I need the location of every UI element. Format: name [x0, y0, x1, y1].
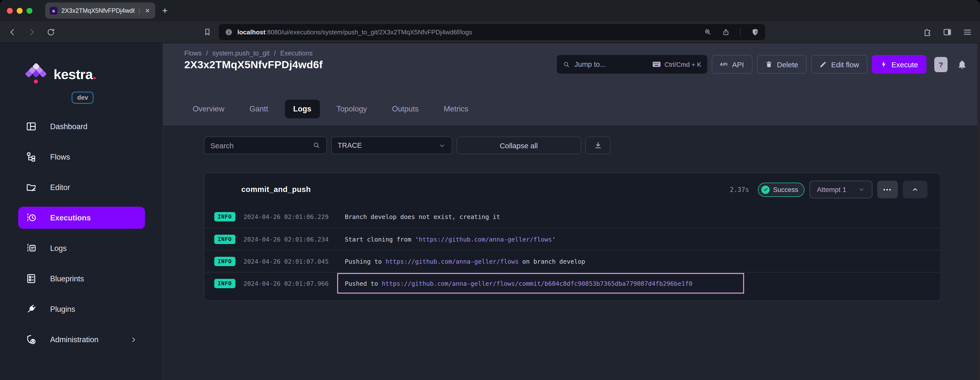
new-tab-button[interactable]: +: [162, 5, 168, 16]
delete-button[interactable]: Delete: [757, 55, 807, 74]
log-timestamp: 2024-04-26 02:01:07.045: [243, 258, 331, 265]
jump-to-button[interactable]: Jump to... Ctrl/Cmd + K: [557, 55, 707, 74]
breadcrumb-separator: /: [206, 49, 208, 57]
brand-wordmark: kestra.: [54, 67, 96, 82]
extensions-puzzle-icon[interactable]: [923, 27, 932, 36]
timeline-clock-icon: [25, 212, 37, 223]
sidebar-item-executions[interactable]: Executions: [18, 207, 145, 229]
search-icon: [313, 141, 320, 149]
success-check-icon: [761, 185, 770, 194]
sidebar-item-plugins[interactable]: Plugins: [18, 298, 145, 320]
url-host: localhost: [237, 28, 266, 36]
log-link[interactable]: https://github.com/anna-geller/flows/com…: [382, 280, 692, 287]
status-badge: Success: [758, 182, 805, 196]
kestra-favicon-icon: ◆: [49, 6, 57, 14]
notifications-bell-icon[interactable]: [957, 59, 967, 70]
log-level-badge: INFO: [214, 279, 235, 288]
tab-outputs[interactable]: Outputs: [383, 100, 427, 118]
sidebar: kestra. dev Dashboard Flows Editor: [0, 43, 163, 380]
log-link[interactable]: https://github.com/anna-geller/flows: [385, 258, 519, 265]
tab-topology[interactable]: Topology: [328, 100, 375, 118]
sidebar-item-administration[interactable]: Administration: [18, 328, 145, 350]
kestra-logo-icon: [26, 64, 46, 86]
breadcrumb: Flows / system.push_to_git / Executions: [184, 49, 313, 57]
breadcrumb-namespace[interactable]: system.push_to_git: [212, 49, 270, 57]
sidebar-item-dashboard[interactable]: Dashboard: [18, 116, 145, 138]
tab-gantt[interactable]: Gantt: [241, 100, 277, 118]
sidebar-item-blueprints[interactable]: Blueprints: [18, 268, 145, 290]
task-log-card: commit_and_push 2.37s Success Attempt 1: [204, 173, 941, 301]
collapse-all-button[interactable]: Collapse all: [457, 136, 581, 154]
task-duration: 2.37s: [730, 186, 749, 193]
menu-hamburger-icon[interactable]: [963, 27, 972, 36]
kestra-logo[interactable]: kestra.: [26, 64, 163, 86]
browser-window: ◆ 2X3x2TMqX5NfvFPDj4wd6f | ✕ + localhost…: [0, 0, 980, 380]
sidebar-toggle-icon[interactable]: [943, 27, 952, 36]
log-link[interactable]: https://github.com/anna-geller/flows: [419, 236, 552, 243]
zoom-page-icon[interactable]: [704, 28, 712, 36]
site-info-icon[interactable]: [224, 28, 233, 36]
execute-button[interactable]: Execute: [872, 55, 926, 74]
tab-close-icon[interactable]: ✕: [144, 7, 151, 14]
sidebar-item-flows[interactable]: Flows: [18, 146, 145, 168]
address-bar[interactable]: localhost:8080/ui/executions/system/push…: [219, 24, 765, 40]
keyboard-icon: [652, 61, 661, 68]
log-row[interactable]: INFO 2024-04-26 02:01:07.045 Pushing to …: [204, 250, 941, 272]
search-input[interactable]: [210, 141, 313, 149]
sidebar-item-editor[interactable]: Editor: [18, 176, 145, 198]
log-message: Pushed to https://github.com/anna-geller…: [345, 280, 692, 287]
log-search-field: [204, 136, 327, 154]
url-path: :8080/ui/executions/system/push_to_git/2…: [266, 28, 472, 36]
page-scrollbar[interactable]: [977, 43, 980, 380]
logs-content: TRACE Collapse all commit_and_push 2.37s: [163, 125, 980, 380]
tab-divider: |: [138, 7, 140, 14]
page-header: Flows / system.push_to_git / Executions …: [163, 43, 980, 125]
help-button[interactable]: ?: [934, 57, 948, 72]
log-level-badge: INFO: [214, 256, 235, 266]
back-icon[interactable]: [8, 27, 17, 36]
log-message: Branch develop does not exist, creating …: [345, 213, 500, 220]
tab-metrics[interactable]: Metrics: [436, 100, 477, 118]
minimize-window-button[interactable]: [17, 8, 22, 14]
breadcrumb-flows[interactable]: Flows: [184, 49, 202, 57]
chevron-right-icon: [130, 336, 138, 344]
folder-edit-icon: [25, 182, 37, 193]
forward-icon[interactable]: [27, 27, 37, 36]
ellipsis-icon: •••: [883, 187, 892, 192]
window-controls: [7, 8, 32, 14]
close-window-button[interactable]: [7, 8, 13, 14]
log-row-highlighted[interactable]: INFO 2024-04-26 02:01:07.966 Pushed to h…: [204, 272, 941, 294]
tab-overview[interactable]: Overview: [184, 100, 233, 118]
maximize-window-button[interactable]: [27, 8, 32, 14]
tracking-shield-icon[interactable]: [751, 28, 759, 36]
chevron-down-icon: [438, 142, 446, 149]
sidebar-item-logs[interactable]: Logs: [18, 237, 145, 259]
more-options-button[interactable]: •••: [877, 180, 898, 198]
bookmark-icon[interactable]: [203, 27, 212, 36]
tab-logs[interactable]: Logs: [285, 100, 320, 118]
log-level-select[interactable]: TRACE: [331, 136, 452, 154]
log-row[interactable]: INFO 2024-04-26 02:01:06.234 Start cloni…: [204, 228, 941, 250]
jump-to-shortcut: Ctrl/Cmd + K: [665, 61, 702, 68]
log-timestamp: 2024-04-26 02:01:07.966: [243, 280, 331, 287]
log-level-badge: INFO: [214, 234, 235, 244]
share-icon[interactable]: [722, 28, 730, 36]
attempt-select[interactable]: Attempt 1: [810, 180, 872, 198]
browser-tab[interactable]: ◆ 2X3x2TMqX5NfvFPDj4wd6f | ✕: [45, 2, 155, 19]
tab-title: 2X3x2TMqX5NfvFPDj4wd6f: [61, 7, 135, 14]
collapse-task-button[interactable]: [903, 180, 928, 198]
reload-icon[interactable]: [46, 27, 56, 36]
breadcrumb-executions[interactable]: Executions: [280, 49, 313, 57]
search-icon: [563, 61, 570, 68]
download-logs-button[interactable]: [585, 136, 611, 154]
task-log-header: commit_and_push 2.37s Success Attempt 1: [204, 173, 941, 206]
log-row[interactable]: INFO 2024-04-26 02:01:06.229 Branch deve…: [204, 206, 941, 228]
log-timestamp: 2024-04-26 02:01:06.229: [243, 213, 331, 220]
environment-badge: dev: [72, 92, 94, 104]
log-message: Start cloning from 'https://github.com/a…: [345, 236, 555, 243]
api-button[interactable]: API API: [712, 55, 752, 74]
edit-flow-button[interactable]: Edit flow: [811, 55, 867, 74]
log-message: Pushing to https://github.com/anna-gelle…: [345, 258, 585, 265]
pencil-icon: [819, 61, 827, 68]
task-name: commit_and_push: [241, 185, 311, 194]
